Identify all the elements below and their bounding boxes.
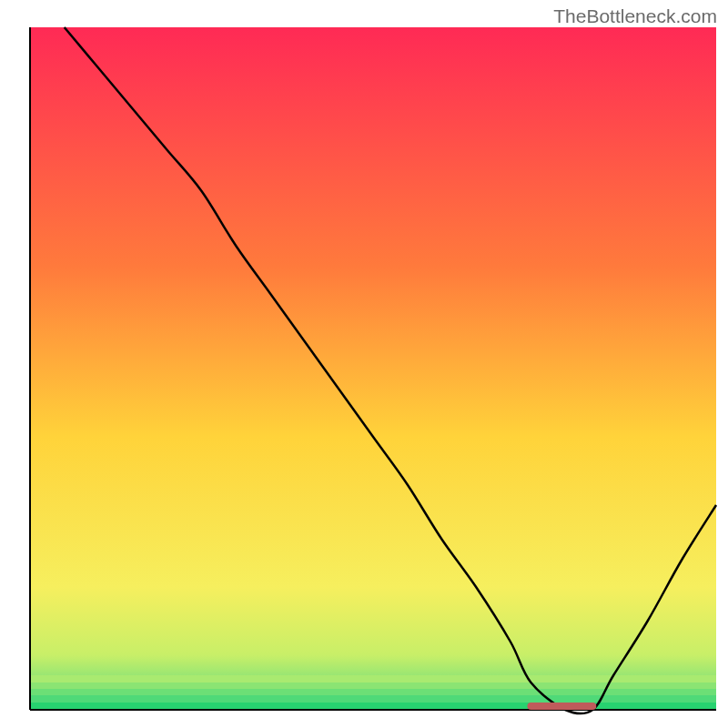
strip [30, 695, 716, 703]
strip [30, 703, 716, 710]
watermark-label: TheBottleneck.com [553, 5, 717, 27]
plot-background-gradient [30, 27, 716, 710]
bottleneck-chart [0, 0, 728, 728]
strip [30, 682, 716, 689]
strip [30, 689, 716, 695]
